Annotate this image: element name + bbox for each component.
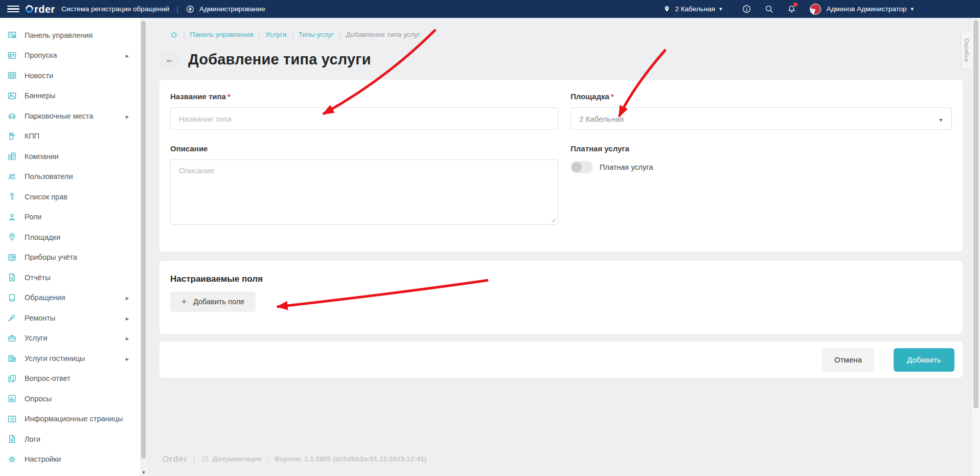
sidebar-item-appeals[interactable]: Обращения bbox=[0, 288, 147, 308]
chevron-right-icon bbox=[126, 354, 129, 363]
news-icon bbox=[7, 71, 17, 81]
logo-ring-icon bbox=[24, 4, 35, 14]
sidebar-item-sites[interactable]: Площадки bbox=[0, 227, 147, 247]
add-field-button[interactable]: + Добавить поле bbox=[170, 291, 256, 312]
description-textarea-wrap bbox=[170, 160, 558, 225]
sidebar-item-faq[interactable]: Вопрос-ответ bbox=[0, 369, 147, 389]
breadcrumb: | Панель управления | Услуги | Типы услу… bbox=[170, 31, 963, 38]
paid-service-toggle-label: Платная услуга bbox=[600, 163, 653, 171]
meter-icon bbox=[7, 252, 17, 262]
building-icon bbox=[7, 151, 17, 162]
submit-button[interactable]: Добавить bbox=[894, 348, 954, 372]
form-card: Название типа* Описание Площадка* 2 Кабе… bbox=[159, 80, 963, 252]
page-title: Добавление типа услуги bbox=[188, 51, 371, 68]
breadcrumb-separator: | bbox=[183, 31, 185, 38]
footer-divider: | bbox=[193, 455, 195, 463]
sidebar-item-meters[interactable]: Приборы учёта bbox=[0, 247, 147, 268]
bar-chart-icon bbox=[7, 394, 17, 404]
breadcrumb-item-dashboard[interactable]: Панель управления bbox=[190, 31, 254, 38]
breadcrumb-item-service-types[interactable]: Типы услуг bbox=[299, 31, 334, 38]
paid-service-toggle[interactable] bbox=[571, 161, 593, 173]
sidebar-item-roles[interactable]: Роли bbox=[0, 207, 147, 228]
sidebar-item-parking[interactable]: Парковочные места bbox=[0, 106, 147, 126]
report-icon bbox=[7, 273, 17, 283]
id-card-icon bbox=[7, 50, 17, 60]
custom-fields-card: Настраиваемые поля + Добавить поле bbox=[159, 261, 963, 334]
sidebar-item-info-pages[interactable]: Информационные страницы bbox=[0, 409, 147, 429]
footer: rder | Документация | Версия: 1.1.1925 (… bbox=[163, 454, 963, 464]
banner-icon bbox=[7, 90, 17, 101]
sidebar-item-repairs[interactable]: Ремонты bbox=[0, 308, 147, 328]
version-text: Версия: 1.1.1925 (dc5dbb2a-01.12.2023-12… bbox=[275, 455, 427, 463]
documentation-link[interactable]: Документация bbox=[201, 455, 262, 463]
type-name-input[interactable] bbox=[170, 107, 558, 130]
cancel-button[interactable]: Отмена bbox=[822, 348, 874, 372]
main-content: | Панель управления | Услуги | Типы услу… bbox=[147, 18, 972, 476]
breadcrumb-separator: | bbox=[259, 31, 261, 38]
error-feedback-tab[interactable]: Ошибка bbox=[961, 31, 972, 70]
site-select-value: 2 Кабельная bbox=[579, 115, 939, 123]
sidebar-item-dashboard[interactable]: Панель управления bbox=[0, 25, 147, 46]
sidebar-scrollbar-thumb[interactable] bbox=[141, 21, 146, 459]
notification-badge bbox=[793, 3, 797, 7]
sidebar-item-surveys[interactable]: Опросы bbox=[0, 389, 147, 409]
app-subtitle: Система регистрации обращений bbox=[61, 5, 169, 13]
custom-fields-heading: Настраиваемые поля bbox=[170, 274, 952, 284]
sidebar-item-hotel-services[interactable]: Услуги гостиницы bbox=[0, 348, 147, 369]
user-menu[interactable]: Админов Администратор bbox=[826, 5, 906, 13]
location-pin-icon bbox=[663, 5, 671, 13]
dashboard-icon bbox=[7, 30, 17, 40]
admin-module-link[interactable]: Администрирование bbox=[186, 5, 265, 14]
select-caret-icon bbox=[939, 115, 943, 123]
sidebar-item-banners[interactable]: Баннеры bbox=[0, 86, 147, 106]
chevron-right-icon bbox=[126, 293, 129, 302]
header-right-group: 2 Кабельная Админов Администратор bbox=[663, 4, 980, 15]
info-button[interactable] bbox=[741, 4, 751, 14]
gear-icon bbox=[7, 454, 17, 464]
scroll-down-arrow-icon[interactable] bbox=[140, 468, 147, 475]
sidebar-item-services[interactable]: Услуги bbox=[0, 328, 147, 349]
description-textarea[interactable] bbox=[170, 160, 558, 225]
info-pages-icon bbox=[7, 414, 17, 424]
book-icon bbox=[7, 292, 17, 303]
back-button[interactable] bbox=[161, 51, 178, 68]
page-scrollbar[interactable] bbox=[972, 18, 980, 476]
hotel-icon bbox=[7, 353, 17, 364]
form-right-column: Площадка* 2 Кабельная Платная услуга Пла… bbox=[571, 92, 952, 252]
sidebar-item-permissions[interactable]: Список прав bbox=[0, 187, 147, 207]
app-logo[interactable]: rder bbox=[26, 4, 55, 14]
app-name: rder bbox=[34, 4, 55, 14]
site-select[interactable]: 2 Кабельная bbox=[571, 107, 952, 130]
search-button[interactable] bbox=[764, 4, 774, 14]
sidebar-item-passes[interactable]: Пропуска bbox=[0, 46, 147, 66]
sidebar-item-reports[interactable]: Отчёты bbox=[0, 267, 147, 288]
breadcrumb-item-services[interactable]: Услуги bbox=[265, 31, 287, 38]
admin-module-label: Администрирование bbox=[199, 5, 265, 13]
users-icon bbox=[7, 171, 17, 182]
notifications-button[interactable] bbox=[786, 4, 796, 14]
header-divider: | bbox=[176, 5, 178, 13]
plus-icon: + bbox=[181, 297, 187, 307]
sidebar-item-logs[interactable]: Логи bbox=[0, 429, 147, 449]
log-icon bbox=[7, 434, 17, 444]
sidebar-scrollbar[interactable] bbox=[140, 18, 147, 476]
home-icon[interactable] bbox=[170, 31, 178, 38]
sidebar: Панель управления Пропуска Новости Банне… bbox=[0, 18, 147, 476]
avatar[interactable] bbox=[810, 4, 821, 15]
sidebar-item-checkpoint[interactable]: КПП bbox=[0, 126, 147, 147]
site-field-label: Площадка* bbox=[571, 92, 952, 101]
site-selector[interactable]: 2 Кабельная bbox=[663, 5, 722, 13]
title-row: Добавление типа услуги bbox=[161, 51, 963, 68]
sidebar-item-news[interactable]: Новости bbox=[0, 65, 147, 86]
footer-divider: | bbox=[267, 455, 269, 463]
page-scrollbar-thumb[interactable] bbox=[973, 20, 978, 409]
sidebar-item-companies[interactable]: Компании bbox=[0, 146, 147, 167]
hamburger-menu-icon[interactable] bbox=[7, 6, 19, 13]
footer-logo-ring-icon bbox=[163, 456, 169, 462]
sidebar-item-users[interactable]: Пользователи bbox=[0, 167, 147, 187]
question-icon bbox=[7, 373, 17, 383]
chevron-down-icon[interactable] bbox=[910, 6, 914, 12]
footer-brand: rder bbox=[163, 454, 188, 464]
sidebar-item-settings[interactable]: Настройки bbox=[0, 449, 147, 470]
book-icon bbox=[201, 455, 209, 463]
